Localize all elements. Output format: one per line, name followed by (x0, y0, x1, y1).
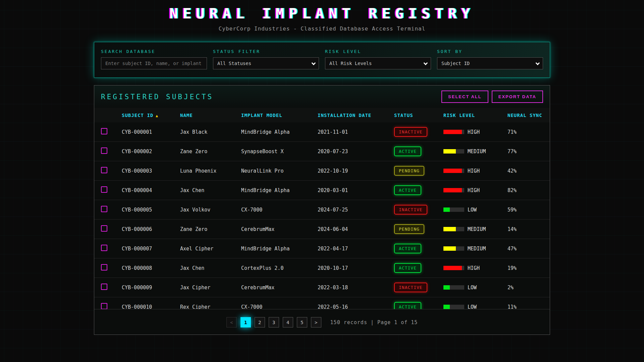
column-header-subject-id[interactable]: SUBJECT ID▲ (122, 113, 180, 118)
row-checkbox[interactable] (101, 147, 107, 154)
implant-model-cell: SynapseBoost X (241, 148, 318, 155)
page-subtitle: CyberCorp Industries - Classified Databa… (0, 25, 644, 32)
row-checkbox[interactable] (101, 264, 107, 270)
installation-date-cell: 2020-03-01 (318, 187, 394, 193)
column-header-implant-model[interactable]: IMPLANT MODEL (241, 113, 318, 118)
name-cell: Axel Cipher (180, 246, 241, 252)
row-checkbox[interactable] (101, 303, 107, 309)
implant-model-cell: CerebrumMax (241, 226, 318, 232)
risk-label: LOW (468, 207, 477, 213)
subject-id-cell: CYB-000007 (122, 246, 180, 252)
installation-date-cell: 2022-04-17 (318, 246, 394, 252)
column-header-neural-sync[interactable]: NEURAL SYNC (507, 113, 543, 118)
column-header-status[interactable]: STATUS (394, 113, 443, 118)
risk-bar-fill (443, 207, 450, 212)
status-badge: INACTIVE (394, 127, 427, 137)
subject-id-cell: CYB-000010 (122, 304, 180, 309)
search-input[interactable] (101, 57, 207, 69)
table-body: CYB-000001 Jax Black MindBridge Alpha 20… (94, 122, 550, 309)
name-cell: Jax Black (180, 129, 241, 135)
risk-level-cell: HIGH (443, 168, 507, 174)
row-checkbox[interactable] (101, 206, 107, 212)
name-cell: Rex Cipher (180, 304, 241, 309)
risk-level-cell: LOW (443, 207, 507, 213)
sort-label: SORT BY (437, 49, 543, 54)
neural-sync-cell: 71% (507, 129, 543, 135)
risk-label: MEDIUM (468, 246, 486, 252)
implant-model-cell: MindBridge Alpha (241, 187, 318, 193)
column-header-risk-level[interactable]: RISK LEVEL (443, 113, 507, 118)
row-checkbox[interactable] (101, 284, 107, 290)
row-checkbox[interactable] (101, 225, 107, 232)
status-badge: ACTIVE (394, 146, 421, 156)
table-row: CYB-000002 Zane Zero SynapseBoost X 2020… (94, 142, 550, 161)
risk-bar (443, 266, 464, 270)
risk-label: LOW (468, 285, 477, 291)
installation-date-cell: 2022-10-19 (318, 168, 394, 174)
select-all-button[interactable]: SELECT ALL (441, 90, 488, 103)
implant-model-cell: MindBridge Alpha (241, 129, 318, 135)
subject-id-cell: CYB-000006 (122, 226, 180, 232)
risk-level-cell: LOW (443, 285, 507, 291)
risk-filter-group: RISK LEVEL All Risk Levels (325, 49, 431, 69)
column-header-name[interactable]: NAME (180, 113, 241, 118)
risk-level-cell: HIGH (443, 265, 507, 271)
status-filter-select[interactable]: All Statuses (213, 57, 319, 69)
table-row: CYB-000010 Rex Cipher CX-7000 2022-05-16… (94, 297, 550, 309)
risk-bar-fill (443, 246, 456, 251)
subject-id-cell: CYB-000004 (122, 187, 180, 193)
filter-panel: SEARCH DATABASE STATUS FILTER All Status… (94, 42, 550, 78)
row-checkbox[interactable] (101, 186, 107, 193)
page-button-2[interactable]: 2 (255, 317, 265, 327)
subject-id-cell: CYB-000009 (122, 285, 180, 291)
risk-bar-fill (443, 227, 456, 231)
neural-sync-cell: 59% (507, 207, 543, 213)
risk-bar (443, 149, 464, 154)
sort-select[interactable]: Subject ID (437, 57, 543, 69)
status-filter-value: All Statuses (217, 61, 251, 66)
column-header-installation-date[interactable]: INSTALLATION DATE (318, 113, 394, 118)
installation-date-cell: 2020-10-17 (318, 265, 394, 271)
table-row: CYB-000009 Jax Cipher CerebrumMax 2022-0… (94, 278, 550, 297)
next-page-button[interactable]: > (311, 317, 321, 327)
row-checkbox[interactable] (101, 167, 107, 173)
status-filter-label: STATUS FILTER (213, 49, 319, 54)
prev-page-button[interactable]: < (226, 317, 237, 327)
risk-label: HIGH (468, 187, 480, 193)
risk-filter-select[interactable]: All Risk Levels (325, 57, 431, 69)
page-button-3[interactable]: 3 (269, 317, 279, 327)
risk-label: HIGH (468, 129, 480, 135)
installation-date-cell: 2020-07-23 (318, 148, 394, 155)
subjects-panel-header: REGISTERED SUBJECTS SELECT ALL EXPORT DA… (94, 85, 550, 108)
status-badge: ACTIVE (394, 263, 421, 273)
row-checkbox[interactable] (101, 128, 107, 134)
page-button-5[interactable]: 5 (297, 317, 307, 327)
name-cell: Jax Chen (180, 187, 241, 193)
neural-sync-cell: 47% (507, 246, 543, 252)
risk-label: HIGH (468, 168, 480, 174)
page-header: NEURAL IMPLANT REGISTRY CyberCorp Indust… (0, 0, 644, 32)
risk-level-cell: LOW (443, 304, 507, 309)
subjects-panel: REGISTERED SUBJECTS SELECT ALL EXPORT DA… (94, 85, 550, 335)
subject-id-cell: CYB-000005 (122, 207, 180, 213)
name-cell: Zane Zero (180, 226, 241, 232)
page-button-1[interactable]: 1 (240, 317, 251, 327)
row-checkbox[interactable] (101, 245, 107, 251)
status-badge: ACTIVE (394, 302, 421, 309)
neural-sync-cell: 42% (507, 168, 543, 174)
risk-bar-fill (443, 130, 462, 134)
risk-bar-fill (443, 285, 450, 290)
subject-id-cell: CYB-000002 (122, 148, 180, 155)
risk-bar (443, 130, 464, 134)
sort-ascending-icon: ▲ (156, 114, 158, 118)
neural-sync-cell: 11% (507, 304, 543, 309)
risk-bar (443, 169, 464, 173)
subject-id-cell: CYB-000008 (122, 265, 180, 271)
risk-level-cell: MEDIUM (443, 246, 507, 252)
export-data-button[interactable]: EXPORT DATA (492, 90, 543, 103)
installation-date-cell: 2022-05-16 (318, 304, 394, 309)
page-button-4[interactable]: 4 (283, 317, 293, 327)
risk-bar (443, 246, 464, 251)
installation-date-cell: 2022-03-18 (318, 285, 394, 291)
search-group: SEARCH DATABASE (101, 49, 207, 69)
